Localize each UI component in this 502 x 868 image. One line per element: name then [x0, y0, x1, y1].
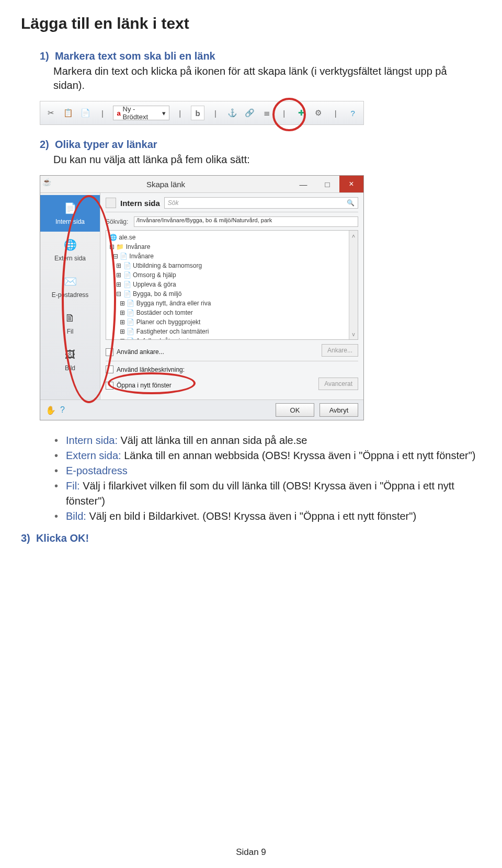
tree-scrollbar[interactable]: ʌv: [349, 231, 358, 339]
anchor-button[interactable]: Ankare...: [322, 344, 358, 357]
divider-icon: |: [174, 106, 187, 120]
java-icon: ☕: [40, 176, 56, 191]
page-icon: 📄: [61, 200, 79, 216]
file-icon: 🗎: [61, 310, 79, 326]
path-input[interactable]: /Invånare/Invånare/Bygga, bo & miljö/Nat…: [134, 216, 358, 227]
list-item: Extern sida: Länka till en annan webbsid…: [54, 448, 481, 463]
globe-icon: 🌐: [61, 237, 79, 253]
link-type-sidebar: 📄 Intern sida 🌐 Extern sida ✉️ E-postadr…: [40, 193, 100, 399]
sidebar-item-email[interactable]: ✉️ E-postadress: [40, 268, 100, 305]
sidebar-item-bild[interactable]: 🖼 Bild: [40, 341, 100, 378]
copy-icon[interactable]: 📋: [62, 106, 75, 120]
cancel-button[interactable]: Avbryt: [320, 403, 358, 417]
search-icon: 🔍: [347, 199, 355, 207]
step1-body: Markera din text och klicka på ikonen fö…: [53, 64, 481, 93]
anchor-icon[interactable]: ⚓: [226, 106, 239, 120]
list-icon[interactable]: ≣: [260, 106, 273, 120]
link-types-list: Intern sida: Välj att länka till en anna…: [21, 433, 481, 524]
ok-button[interactable]: OK: [276, 403, 314, 417]
linkdesc-checkbox[interactable]: Använd länkbeskrivning:: [106, 366, 358, 373]
close-button[interactable]: ×: [339, 176, 363, 192]
hand-icon[interactable]: ✋: [45, 405, 56, 415]
minimize-button[interactable]: —: [291, 176, 315, 192]
sidebar-item-intern[interactable]: 📄 Intern sida: [40, 195, 100, 232]
help-icon[interactable]: ?: [60, 405, 65, 415]
bold-icon[interactable]: b: [191, 106, 205, 120]
list-item: Fil: Välj i filarkivet vilken fil som du…: [54, 478, 481, 509]
image-icon: 🖼: [61, 347, 79, 362]
paste-icon[interactable]: 📄: [79, 106, 92, 120]
cut-icon[interactable]: ✂: [44, 106, 58, 120]
step2-body: Du kan nu välja att länka på fem olika s…: [53, 153, 481, 167]
list-item: E-postadress: [54, 463, 481, 478]
step2-heading: 2) Olika typer av länkar: [40, 139, 481, 151]
page-footer: Sidan 9: [0, 847, 502, 858]
divider-icon: |: [96, 106, 109, 120]
anchor-checkbox[interactable]: Använd ankare...: [106, 348, 164, 356]
style-dropdown[interactable]: a Ny - Brödtext ▾: [113, 106, 169, 120]
highlight-circle: [272, 98, 306, 131]
font-a-icon: a: [117, 109, 120, 117]
page-title: Lägga till en länk i text: [21, 15, 481, 32]
list-item: Bild: Välj en bild i Bildarkivet. (OBS! …: [54, 509, 481, 524]
help-icon[interactable]: ?: [346, 106, 359, 120]
page-icon: [106, 198, 116, 208]
newwindow-checkbox[interactable]: Öppna i nytt fönster: [106, 382, 172, 390]
step3-heading: 3) Klicka OK!: [21, 532, 481, 544]
maximize-button[interactable]: □: [315, 176, 339, 192]
search-input[interactable]: Sök 🔍: [164, 197, 358, 209]
sidebar-item-fil[interactable]: 🗎 Fil: [40, 305, 100, 341]
path-label: Sökväg:: [106, 218, 131, 225]
tab-label: Intern sida: [120, 199, 160, 208]
list-item: Intern sida: Välj att länka till en anna…: [54, 433, 481, 448]
gear-icon[interactable]: ⚙: [312, 106, 325, 120]
page-tree[interactable]: 🌐 ale.se ⊟ 📁 Invånare ⊟ 📄 Invånare ⊞ 📄 U…: [106, 230, 358, 340]
dialog-title: Skapa länk: [40, 180, 291, 189]
mail-icon: ✉️: [61, 273, 79, 289]
divider-icon: |: [329, 106, 342, 120]
link-icon[interactable]: 🔗: [243, 106, 256, 120]
dialog-screenshot: ☕ Skapa länk — □ × 📄 Intern sida 🌐 Exter…: [40, 175, 364, 420]
sidebar-item-extern[interactable]: 🌐 Extern sida: [40, 232, 100, 268]
divider-icon: |: [209, 106, 222, 120]
step1-heading: 1) Markera text som ska bli en länk: [40, 50, 481, 62]
toolbar-screenshot: ✂ 📋 📄 | a Ny - Brödtext ▾ | b | ⚓ 🔗 ≣ | …: [40, 101, 364, 125]
advanced-button[interactable]: Avancerat: [318, 378, 358, 390]
